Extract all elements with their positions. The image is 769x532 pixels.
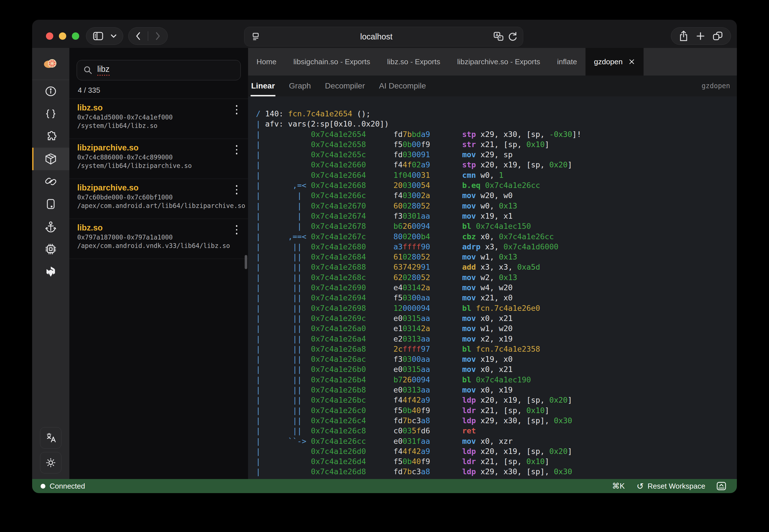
minimize-window-button[interactable] xyxy=(59,32,66,40)
rail-item-package[interactable] xyxy=(32,148,69,170)
disasm-line[interactable]: | 0x7c4a1e2660 f44f02a9 stp x20, x19, [s… xyxy=(256,160,737,170)
disasm-line[interactable]: | 0x7c4a1e265c fd030091 mov x29, sp xyxy=(256,150,737,160)
reset-workspace-button[interactable]: Reset Workspace xyxy=(648,482,705,491)
disasm-line[interactable]: | || 0x7c4a1e2684 61028052 mov w1, 0x13 xyxy=(256,252,737,262)
disasm-line[interactable]: | || 0x7c4a1e2698 12000094 bl fcn.7c4a1e… xyxy=(256,303,737,313)
disasm-line[interactable]: | ,==< 0x7c4a1e267c 800200b4 cbz x0, 0x7… xyxy=(256,232,737,242)
reload-icon[interactable] xyxy=(507,31,518,42)
rail-item-puzzle[interactable] xyxy=(32,125,69,148)
tab-inflate[interactable]: inflate xyxy=(549,48,586,76)
library-range: 0x7c4a1d5000-0x7c4a1ef000 xyxy=(77,113,248,121)
disasm-line[interactable]: | | 0x7c4a1e2670 60028052 mov w0, 0x13 xyxy=(256,201,737,211)
view-tab-linear[interactable]: Linear xyxy=(250,76,275,96)
url-text[interactable]: localhost xyxy=(261,32,491,41)
search-input[interactable]: libz xyxy=(77,60,241,80)
rail-item-info[interactable] xyxy=(32,80,69,103)
disasm-line[interactable]: | || 0x7c4a1e268c 62028052 mov w2, 0x13 xyxy=(256,272,737,283)
page-format-icon[interactable] xyxy=(250,31,261,42)
disasm-line[interactable]: | 0x7c4a1e2658 f50b00f9 str x21, [sp, 0x… xyxy=(256,139,737,150)
window-actions xyxy=(671,27,731,45)
view-tab-ai-decompile[interactable]: AI Decompile xyxy=(378,76,427,96)
tab-label: gzdopen xyxy=(594,57,623,66)
url-bar[interactable]: localhost A * xyxy=(244,27,523,46)
disasm-line[interactable]: | || 0x7c4a1e26b8 e00313aa mov x0, x19 xyxy=(256,385,737,395)
disasm-header-line[interactable]: / 140: fcn.7c4a1e2654 (); xyxy=(256,109,737,119)
view-tab-decompiler[interactable]: Decompiler xyxy=(324,76,365,96)
rail-item-anchor[interactable] xyxy=(32,215,69,238)
disasm-line[interactable]: | || 0x7c4a1e2680 a3ffff90 adrp x3, 0x7c… xyxy=(256,242,737,252)
theme-button[interactable] xyxy=(40,452,61,473)
tab-close-icon[interactable] xyxy=(628,58,635,65)
disasm-line[interactable]: | || 0x7c4a1e269c e00315aa mov x0, x21 xyxy=(256,313,737,323)
disasm-line[interactable]: | || 0x7c4a1e26a4 e20313aa mov x2, x19 xyxy=(256,334,737,344)
rail-item-braces[interactable] xyxy=(32,103,69,125)
rail-item-grapefruit-logo[interactable] xyxy=(32,48,69,80)
disasm-line[interactable]: | || 0x7c4a1e26a8 2cffff97 bl fcn.7c4a1e… xyxy=(256,344,737,354)
sidebar-icon xyxy=(92,31,104,41)
tab-home[interactable]: Home xyxy=(248,48,285,76)
disasm-line[interactable]: | ,=< 0x7c4a1e2668 20030054 b.eq 0x7c4a1… xyxy=(256,180,737,190)
rail-item-device[interactable] xyxy=(32,193,69,215)
disasm-line[interactable]: | 0x7c4a1e2654 fd7bbda9 stp x29, x30, [s… xyxy=(256,129,737,139)
disasm-line[interactable]: \ 0x7c4a1e26dc c0035fd6 ret xyxy=(256,477,737,479)
new-tab-icon[interactable] xyxy=(696,32,705,41)
library-sidebar: libz 4 / 335 libz.so0x7c4a1d5000-0x7c4a1… xyxy=(69,48,248,479)
share-icon[interactable] xyxy=(679,30,689,42)
library-item[interactable]: libziparchive.so0x7c60bde000-0x7c60bf100… xyxy=(69,179,248,219)
disasm-line[interactable]: | || 0x7c4a1e2688 63742991 add x3, x3, 0… xyxy=(256,262,737,272)
view-tab-graph[interactable]: Graph xyxy=(288,76,311,96)
library-item[interactable]: libz.so0x7c4a1d5000-0x7c4a1ef000/system/… xyxy=(69,99,248,139)
close-window-button[interactable] xyxy=(46,32,53,40)
disasm-line[interactable]: | || 0x7c4a1e26bc f44f42a9 ldp x20, x19,… xyxy=(256,395,737,405)
disasm-line[interactable]: | 0x7c4a1e2664 1f040031 cmn w0, 1 xyxy=(256,170,737,180)
disasm-line[interactable]: | ``-> 0x7c4a1e26cc e0031faa mov x0, xzr xyxy=(256,436,737,446)
tab-libziparchive-so-exports[interactable]: libziparchive.so - Exports xyxy=(449,48,549,76)
disasm-line[interactable]: | || 0x7c4a1e26b0 e00315aa mov x0, x21 xyxy=(256,364,737,374)
nav-buttons xyxy=(128,27,168,45)
rail-item-link[interactable] xyxy=(32,170,69,193)
tab-libsigchain-so-exports[interactable]: libsigchain.so - Exports xyxy=(285,48,378,76)
sidebar-toggle-button[interactable] xyxy=(86,27,123,45)
rail-item-cpu[interactable] xyxy=(32,238,69,260)
disasm-line[interactable]: | || 0x7c4a1e26ac f30300aa mov x19, x0 xyxy=(256,354,737,364)
item-menu-button[interactable] xyxy=(236,105,238,114)
disasm-header-line[interactable]: | afv: vars(2:sp[0x10..0x20]) xyxy=(256,119,737,129)
rail-item-unity[interactable] xyxy=(32,260,69,283)
tab-label: libsigchain.so - Exports xyxy=(293,57,370,66)
tab-libz-so-exports[interactable]: libz.so - Exports xyxy=(378,48,449,76)
item-menu-button[interactable] xyxy=(236,225,238,234)
disasm-line[interactable]: | 0x7c4a1e26d0 f44f42a9 ldp x20, x19, [s… xyxy=(256,446,737,456)
reset-icon[interactable]: ↺ xyxy=(637,481,644,491)
translate-page-icon[interactable]: A * xyxy=(491,31,504,43)
disasm-line[interactable]: | | 0x7c4a1e2678 b6260094 bl 0x7c4a1ec15… xyxy=(256,221,737,231)
disasm-line[interactable]: | || 0x7c4a1e26b4 b7260094 bl 0x7c4a1ec1… xyxy=(256,375,737,385)
disasm-line[interactable]: | || 0x7c4a1e26c8 c0035fd6 ret xyxy=(256,426,737,436)
disasm-line[interactable]: | || 0x7c4a1e26a0 e103142a mov w1, w20 xyxy=(256,323,737,334)
disasm-line[interactable]: | || 0x7c4a1e2694 f50300aa mov x21, x0 xyxy=(256,293,737,303)
disasm-line[interactable]: | 0x7c4a1e26d8 fd7bc3a8 ldp x29, x30, [s… xyxy=(256,467,737,477)
disasm-line[interactable]: | || 0x7c4a1e26c4 fd7bc3a8 ldp x29, x30,… xyxy=(256,416,737,426)
zoom-window-button[interactable] xyxy=(72,32,79,40)
tab-gzdopen[interactable]: gzdopen xyxy=(586,48,644,76)
panel-toggle-icon[interactable] xyxy=(715,481,727,491)
library-item[interactable]: libziparchive.so0x7c4c886000-0x7c4c89900… xyxy=(69,139,248,179)
disasm-line[interactable]: | || 0x7c4a1e2690 e403142a mov w4, w20 xyxy=(256,283,737,293)
disasm-line[interactable]: | | 0x7c4a1e2674 f30301aa mov x19, x1 xyxy=(256,211,737,221)
item-menu-button[interactable] xyxy=(236,145,238,154)
search-value[interactable]: libz xyxy=(97,65,110,76)
translate-button[interactable] xyxy=(40,427,61,449)
device-icon xyxy=(45,198,57,210)
item-menu-button[interactable] xyxy=(236,185,238,194)
command-palette-shortcut[interactable]: ⌘K xyxy=(612,482,625,491)
disasm-line[interactable]: | || 0x7c4a1e26c0 f50b40f9 ldr x21, [sp,… xyxy=(256,405,737,416)
disasm: / 140: fcn.7c4a1e2654 ();| afv: vars(2:s… xyxy=(248,96,737,479)
back-button[interactable] xyxy=(135,31,141,41)
tab-overview-icon[interactable] xyxy=(712,31,723,41)
sidebar-scrollbar[interactable] xyxy=(245,255,247,269)
forward-button[interactable] xyxy=(154,31,161,41)
disasm-line[interactable]: | 0x7c4a1e26d4 f50b40f9 ldr x21, [sp, 0x… xyxy=(256,456,737,467)
disasm-line[interactable]: | | 0x7c4a1e266c f403002a mov w20, w0 xyxy=(256,190,737,201)
info-icon xyxy=(44,85,57,97)
library-item[interactable]: libz.so0x797a187000-0x797a1a1000/apex/co… xyxy=(69,219,248,259)
tab-label: libziparchive.so - Exports xyxy=(457,57,540,66)
